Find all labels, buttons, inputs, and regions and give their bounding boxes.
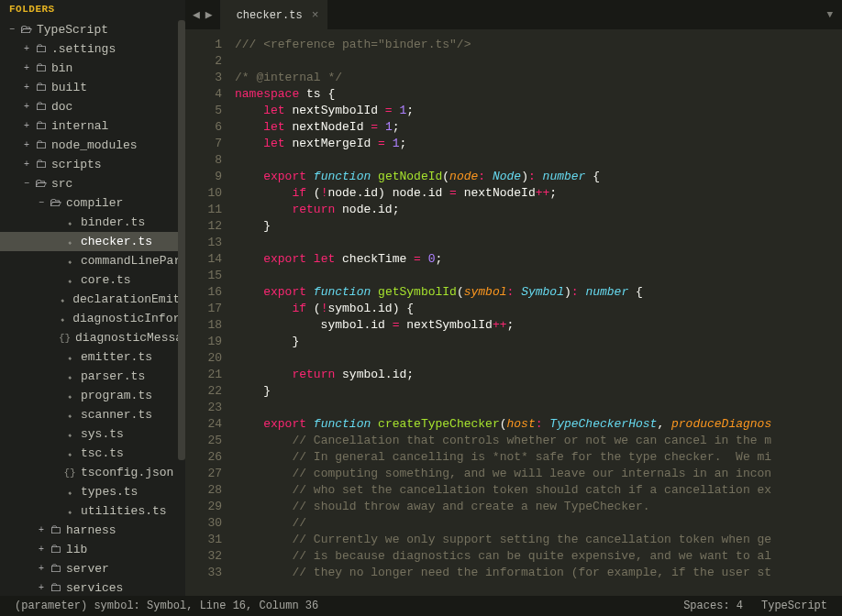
chevron-down-icon[interactable]: − [20, 179, 33, 189]
tree-item[interactable]: +diagnosticMessag [0, 328, 185, 347]
tree-item[interactable]: +core.ts [0, 270, 185, 290]
code-line[interactable] [235, 53, 842, 70]
line-number: 9 [185, 169, 235, 185]
chevron-right-icon[interactable]: + [35, 583, 48, 593]
code-content[interactable]: /// <reference path="binder.ts"/> /* @in… [235, 29, 842, 596]
code-line[interactable]: /// <reference path="binder.ts"/> [235, 37, 842, 53]
code-line[interactable]: // Cancellation that controls whether or… [235, 433, 842, 449]
status-indent[interactable]: Spaces: 4 [674, 600, 752, 612]
tree-item[interactable]: +types.ts [0, 482, 185, 501]
nav-back-icon[interactable]: ◀ [193, 7, 200, 22]
tab-overflow-dropdown[interactable]: ▼ [817, 0, 842, 29]
line-number: 5 [185, 103, 235, 119]
code-line[interactable]: // is because diagnostics can be quite e… [235, 548, 842, 565]
chevron-down-icon[interactable]: − [35, 198, 48, 208]
code-line[interactable] [235, 400, 842, 416]
tree-item[interactable]: +scripts [0, 155, 185, 174]
tree-item[interactable]: +checker.ts [0, 232, 185, 251]
tree-item[interactable]: +services [0, 578, 185, 596]
line-number: 22 [185, 383, 235, 400]
nav-forward-icon[interactable]: ▶ [205, 7, 213, 22]
chevron-right-icon[interactable]: + [20, 121, 33, 131]
tree-item[interactable]: +diagnosticInforma [0, 309, 185, 328]
status-cursor-info[interactable]: (parameter) symbol: Symbol, Line 16, Col… [6, 600, 674, 612]
code-line[interactable]: } [235, 218, 842, 235]
chevron-right-icon[interactable]: + [20, 140, 33, 150]
code-line[interactable]: // who set the cancellation token should… [235, 482, 842, 499]
ts-file-icon [56, 312, 69, 326]
ts-file-icon [62, 254, 77, 269]
tree-item[interactable]: +sys.ts [0, 424, 185, 444]
code-line[interactable]: return node.id; [235, 202, 842, 218]
status-language[interactable]: TypeScript [752, 600, 836, 612]
tree-item[interactable]: +bin [0, 59, 185, 78]
tree-item[interactable]: +harness [0, 521, 185, 540]
ts-file-icon [62, 485, 77, 500]
code-line[interactable]: // Currently we only support setting the… [235, 532, 842, 548]
tree-item[interactable]: +parser.ts [0, 367, 185, 386]
code-line[interactable]: namespace ts { [235, 86, 842, 103]
sidebar-scrollbar-thumb[interactable] [178, 20, 185, 460]
tree-item[interactable]: +node_modules [0, 136, 185, 155]
tree-item[interactable]: +binder.ts [0, 213, 185, 232]
code-line[interactable]: export let checkTime = 0; [235, 251, 842, 268]
code-line[interactable] [235, 268, 842, 284]
line-number: 27 [185, 466, 235, 482]
code-line[interactable]: // [235, 515, 842, 532]
code-line[interactable]: // computing something, and we will leav… [235, 466, 842, 482]
folder-tree: −TypeScript+.settings+bin+built+doc+inte… [0, 18, 185, 596]
code-line[interactable]: if (!symbol.id) { [235, 301, 842, 317]
chevron-right-icon[interactable]: + [20, 63, 33, 73]
tree-item[interactable]: +tsc.ts [0, 444, 185, 463]
tree-item[interactable]: +built [0, 78, 185, 97]
tree-item[interactable]: +commandLinePar [0, 251, 185, 270]
sidebar-scrollbar[interactable] [178, 20, 185, 506]
code-line[interactable]: symbol.id = nextSymbolId++; [235, 317, 842, 334]
chevron-right-icon[interactable]: + [35, 564, 48, 574]
code-line[interactable]: export function getSymbolId(symbol: Symb… [235, 284, 842, 301]
chevron-right-icon[interactable]: + [20, 160, 33, 170]
code-line[interactable]: return symbol.id; [235, 367, 842, 383]
chevron-right-icon[interactable]: + [20, 102, 33, 112]
code-line[interactable]: } [235, 383, 842, 400]
tree-item[interactable]: +lib [0, 540, 185, 559]
tree-item[interactable]: +internal [0, 116, 185, 136]
editor-body[interactable]: 1234567891011121314151617181920212223242… [185, 29, 842, 596]
line-number: 14 [185, 251, 235, 268]
tab-label: checker.ts [237, 9, 303, 22]
tab-active[interactable]: checker.ts × [220, 0, 328, 29]
tree-item[interactable]: +doc [0, 97, 185, 116]
chevron-right-icon[interactable]: + [35, 525, 48, 535]
tree-item[interactable]: +program.ts [0, 386, 185, 405]
code-line[interactable]: // they no longer need the information (… [235, 565, 842, 581]
code-line[interactable] [235, 152, 842, 169]
code-line[interactable]: let nextSymbolId = 1; [235, 103, 842, 119]
code-line[interactable]: let nextMergeId = 1; [235, 136, 842, 152]
tab-close-icon[interactable]: × [312, 8, 319, 22]
tree-item[interactable]: +tsconfig.json [0, 463, 185, 482]
code-line[interactable]: // In general cancelling is *not* safe f… [235, 449, 842, 466]
code-line[interactable] [235, 350, 842, 367]
tree-item[interactable]: +declarationEmitte [0, 290, 185, 309]
tree-item[interactable]: −src [0, 174, 185, 193]
chevron-right-icon[interactable]: + [20, 82, 33, 93]
tree-item[interactable]: −TypeScript [0, 20, 185, 39]
code-line[interactable]: // should throw away and create a new Ty… [235, 499, 842, 515]
tree-item[interactable]: +emitter.ts [0, 347, 185, 367]
code-line[interactable]: export function createTypeChecker(host: … [235, 416, 842, 433]
tree-item[interactable]: +scanner.ts [0, 405, 185, 424]
chevron-right-icon[interactable]: + [35, 544, 48, 555]
code-line[interactable] [235, 235, 842, 251]
tree-item[interactable]: +.settings [0, 39, 185, 59]
tree-item[interactable]: +server [0, 559, 185, 578]
code-line[interactable]: let nextNodeId = 1; [235, 119, 842, 136]
tree-item[interactable]: +utilities.ts [0, 501, 185, 521]
tree-item[interactable]: −compiler [0, 193, 185, 213]
code-line[interactable]: } [235, 334, 842, 350]
chevron-right-icon[interactable]: + [20, 44, 33, 54]
code-line[interactable]: /* @internal */ [235, 70, 842, 86]
chevron-down-icon[interactable]: − [6, 25, 18, 35]
code-line[interactable]: export function getNodeId(node: Node): n… [235, 169, 842, 185]
code-line[interactable]: if (!node.id) node.id = nextNodeId++; [235, 185, 842, 202]
ts-file-icon [62, 369, 77, 384]
